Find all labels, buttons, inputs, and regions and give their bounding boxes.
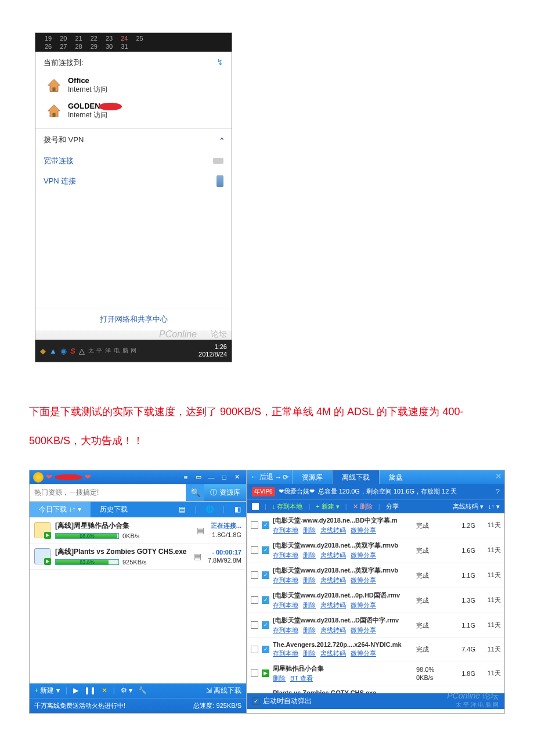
search-button[interactable]: 🔍 [186, 484, 204, 501]
file-name: Plants vs Zombies GOTY CHS.exe [273, 689, 413, 693]
tray-icon[interactable]: ◉ [60, 347, 67, 355]
row-action-link[interactable]: 离线转码 [320, 627, 346, 633]
search-input[interactable] [30, 484, 186, 501]
row-action-link[interactable]: 删除 [303, 527, 316, 534]
help-icon[interactable]: ? [496, 487, 500, 496]
row-action-link[interactable]: 存到本地 [273, 527, 298, 534]
row-action-link[interactable]: 微博分享 [351, 527, 376, 534]
row-action-link[interactable]: 离线转码 [320, 650, 346, 657]
row-action-link[interactable]: 删除 [303, 577, 316, 584]
resource-library-button[interactable]: ⓘ资源库 [204, 484, 246, 501]
user-avatar-icon[interactable] [33, 472, 44, 483]
row-action-link[interactable]: 离线转码 [320, 602, 346, 609]
connection-golden[interactable]: GOLDEN Internet 访问 [44, 98, 223, 124]
tray-icon[interactable]: S [70, 347, 75, 355]
row-checkbox[interactable] [251, 646, 258, 653]
pause-button[interactable]: ❚❚ [84, 686, 96, 694]
row-action-link[interactable]: 存到本地 [273, 577, 298, 584]
row-action-link[interactable]: 微博分享 [351, 552, 376, 559]
mode-icon[interactable]: ▤ [193, 552, 203, 561]
toggle-icon[interactable]: ◧ [232, 505, 243, 513]
open-network-center-link[interactable]: 打开网络和共享中心 [35, 308, 232, 330]
offline-file-row[interactable]: ✓ [电影天堂www.dy2018.net...D国语中字.rmv 存到本地删除… [247, 613, 504, 638]
svg-rect-1 [52, 113, 55, 117]
maximize-button[interactable]: □ [218, 473, 230, 481]
row-action-link[interactable]: 删除 [303, 552, 316, 559]
tray-icon[interactable]: △ [79, 347, 85, 355]
mode-icon[interactable]: ▤ [196, 525, 206, 535]
compact-icon[interactable]: ▭ [193, 473, 204, 481]
connection-office[interactable]: Office Internet 访问 [44, 73, 223, 98]
tab-resource-lib[interactable]: 资源库 [292, 470, 332, 484]
share-button[interactable]: 分享 [386, 502, 399, 511]
transcode-button[interactable]: 离线转码 ▾ [453, 502, 484, 511]
row-action-link[interactable]: 删除 [303, 602, 316, 609]
dial-vpn-header[interactable]: 拨号和 VPN ^ [35, 129, 232, 151]
offline-download-button[interactable]: ⇲ 离线下载 [206, 686, 241, 696]
promo-message[interactable]: 千万离线免费送活动火热进行中! [34, 701, 125, 710]
row-checkbox[interactable] [251, 521, 258, 529]
progress-bar: 83.8% [55, 559, 119, 565]
browser-icon[interactable]: 🌐 [204, 505, 215, 513]
forward-button[interactable]: → [275, 473, 282, 481]
row-action-link[interactable]: 存到本地 [273, 627, 298, 633]
refresh-icon[interactable]: ↯ [217, 57, 223, 67]
close-button[interactable]: ✕ [231, 473, 243, 481]
username: ❤我爱台妹❤ [279, 487, 315, 496]
select-all-checkbox[interactable] [252, 503, 259, 510]
download-item[interactable]: ▶ [离线]Plants vs Zombies GOTY CHS.exe 83.… [30, 543, 246, 570]
broadband-link[interactable]: 宽带连接 [35, 151, 232, 171]
menu-icon[interactable]: ≡ [180, 473, 192, 481]
tab-today-downloads[interactable]: 今日下载 ↓↑ ▾ [30, 502, 91, 517]
tray-icon[interactable]: ▲ [49, 347, 57, 355]
row-action-link[interactable]: 删除 [303, 650, 316, 657]
auto-popup-checkbox[interactable]: ✓ [252, 697, 259, 705]
row-checkbox[interactable] [251, 596, 258, 604]
panel-close-icon[interactable]: ✕ [495, 471, 502, 481]
row-checkbox[interactable] [251, 669, 258, 677]
new-button[interactable]: + 新建 ▾ [316, 502, 340, 511]
tray-clock[interactable]: 1:26 2012/8/24 [199, 343, 227, 358]
row-action-link[interactable]: 离线转码 [320, 552, 346, 559]
tab-history[interactable]: 历史下载 [91, 502, 137, 517]
download-item[interactable]: ▶ [离线]周星驰作品小合集 98.0% 0KB/s ▤ 正在连接... 1.8… [30, 517, 246, 543]
row-action-link[interactable]: 微博分享 [351, 650, 376, 657]
tab-turbo-disk[interactable]: 旋盘 [379, 470, 412, 484]
minimize-button[interactable]: — [205, 473, 217, 481]
row-action-link[interactable]: 离线转码 [320, 527, 346, 534]
row-action-link[interactable]: 存到本地 [273, 552, 298, 559]
tab-offline-download[interactable]: 离线下载 [332, 470, 379, 484]
row-action-link[interactable]: BT 查看 [290, 675, 313, 682]
offline-file-row[interactable]: ▶ 周星驰作品小合集 删除BT 查看 98.0% 0KB/s 1.8G 11天 [247, 661, 504, 686]
row-action-link[interactable]: 存到本地 [273, 602, 298, 609]
save-local-button[interactable]: ↓ 存到本地 [272, 502, 303, 511]
offline-file-row[interactable]: ✓ [电影天堂www.dy2018.net...0p.HD国语.rmv 存到本地… [247, 588, 504, 613]
row-action-link[interactable]: 删除 [303, 627, 316, 633]
row-action-link[interactable]: 删除 [273, 675, 286, 682]
delete-button[interactable]: ✕ [102, 686, 107, 694]
vpn-link[interactable]: VPN 连接 [35, 171, 232, 192]
back-button[interactable]: ← 后退 [251, 472, 273, 482]
row-checkbox[interactable] [251, 621, 258, 629]
row-checkbox[interactable] [251, 571, 258, 579]
sort-icon[interactable]: ↓↑ ▾ [488, 503, 500, 510]
redacted-text [99, 103, 122, 110]
list-view-icon[interactable]: ▤ [176, 505, 187, 513]
reload-button[interactable]: ⟳ [283, 473, 288, 481]
row-action-link[interactable]: 微博分享 [351, 602, 376, 609]
row-action-link[interactable]: 微博分享 [351, 577, 376, 584]
offline-file-row[interactable]: ✓ [电影天堂www.dy2018.net...英双字幕.rmvb 存到本地删除… [247, 563, 504, 588]
row-action-link[interactable]: 微博分享 [351, 627, 376, 633]
row-action-link[interactable]: 存到本地 [273, 650, 298, 657]
settings-icon[interactable]: ⚙ ▾ [121, 686, 132, 694]
delete-button[interactable]: ✕ 删除 [353, 502, 373, 511]
new-task-button[interactable]: + 新建 ▾ [34, 686, 60, 696]
offline-file-row[interactable]: ✓ [电影天堂www.dy2018.net...英双字幕.rmvb 存到本地删除… [247, 538, 504, 563]
tray-icon[interactable]: ◆ [40, 347, 46, 355]
offline-file-row[interactable]: ✓ The.Avengers.2012.720p....x264-NYDIC.m… [247, 638, 504, 661]
row-checkbox[interactable] [251, 546, 258, 554]
tool-icon[interactable]: 🔧 [138, 686, 147, 694]
play-button[interactable]: ▶ [73, 686, 78, 694]
row-action-link[interactable]: 离线转码 [320, 577, 346, 584]
offline-file-row[interactable]: ✓ [电影天堂-www.dy2018.ne...BD中文字幕.m 存到本地删除离… [247, 513, 504, 538]
